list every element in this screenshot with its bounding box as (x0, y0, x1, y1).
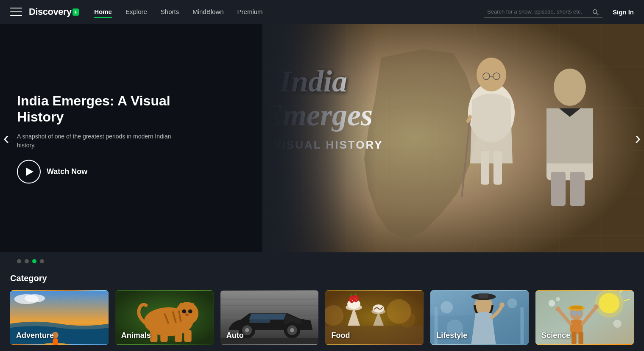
svg-point-109 (549, 300, 555, 306)
carousel-dots (0, 252, 644, 270)
right-arrow-icon: › (635, 129, 641, 147)
svg-point-111 (613, 320, 622, 328)
svg-rect-88 (479, 293, 488, 298)
hero-bg-overlay (262, 24, 347, 252)
hero-section: India Emerges: A Visual History A snapsh… (0, 24, 644, 252)
card-label-science: Science (541, 331, 570, 340)
logo-text: Discovery (29, 6, 72, 17)
svg-point-39 (25, 294, 45, 302)
svg-point-108 (594, 304, 599, 310)
svg-point-107 (555, 307, 560, 312)
nav-link-mindblown[interactable]: MindBlown (192, 6, 223, 18)
svg-point-62 (290, 328, 294, 332)
hero-info: India Emerges: A Visual History A snapsh… (17, 93, 187, 184)
svg-rect-48 (150, 330, 157, 342)
svg-point-104 (577, 310, 583, 316)
svg-point-44 (188, 310, 192, 314)
svg-point-59 (245, 328, 249, 332)
category-card-food[interactable]: Food (325, 290, 424, 345)
hero-image-area: India Emerges A VISUAL HISTORY (262, 24, 644, 252)
svg-point-73 (351, 299, 351, 300)
hamburger-button[interactable] (10, 8, 22, 16)
svg-rect-49 (160, 330, 167, 342)
svg-rect-102 (571, 306, 582, 309)
svg-point-70 (353, 295, 359, 302)
left-arrow-icon: ‹ (3, 129, 9, 147)
category-grid: Adventure (10, 290, 634, 345)
svg-rect-85 (521, 307, 524, 344)
card-label-lifestyle: Lifestyle (436, 331, 467, 340)
watch-now-button[interactable]: Watch Now (17, 160, 87, 183)
svg-rect-51 (184, 330, 191, 342)
sign-in-link[interactable]: Sign In (613, 8, 634, 16)
card-label-animals: Animals (121, 331, 151, 340)
card-label-auto: Auto (226, 331, 244, 340)
card-label-food: Food (331, 331, 350, 340)
svg-point-43 (182, 310, 186, 314)
carousel-dot-2[interactable] (25, 259, 29, 263)
hero-arrow-left[interactable]: ‹ (0, 125, 12, 151)
svg-point-74 (352, 300, 353, 301)
carousel-dot-3[interactable] (32, 259, 36, 263)
svg-point-89 (500, 302, 505, 307)
search-icon (591, 8, 599, 16)
svg-rect-113 (579, 332, 584, 344)
hero-title: India Emerges: A Visual History (17, 93, 187, 125)
nav-link-shorts[interactable]: Shorts (161, 6, 179, 18)
svg-point-103 (571, 310, 577, 316)
category-title: Category (10, 274, 634, 283)
svg-point-76 (357, 299, 357, 300)
nav-link-premium[interactable]: Premium (237, 6, 263, 18)
svg-point-80 (399, 312, 415, 328)
svg-rect-112 (572, 332, 577, 344)
svg-rect-50 (175, 330, 182, 342)
nav-link-home[interactable]: Home (94, 6, 112, 18)
logo-plus: + (72, 8, 79, 16)
svg-point-75 (355, 298, 356, 299)
nav-link-explore[interactable]: Explore (125, 6, 147, 18)
category-card-lifestyle[interactable]: Lifestyle (430, 290, 529, 345)
svg-point-91 (507, 298, 517, 308)
svg-rect-106 (570, 320, 583, 334)
category-card-science[interactable]: Science (535, 290, 634, 345)
logo[interactable]: Discovery + (29, 6, 79, 17)
nav-links: Home Explore Shorts MindBlown Premium (94, 6, 262, 18)
svg-point-96 (595, 290, 624, 318)
svg-point-45 (185, 313, 189, 316)
category-card-animals[interactable]: Animals (115, 290, 214, 345)
category-card-adventure[interactable]: Adventure (10, 290, 109, 345)
carousel-dot-4[interactable] (40, 259, 44, 263)
search-input[interactable] (487, 8, 591, 15)
search-container (484, 6, 602, 18)
carousel-dot-1[interactable] (17, 259, 21, 263)
navbar: Discovery + Home Explore Shorts MindBlow… (0, 0, 644, 24)
watch-now-label: Watch Now (47, 167, 87, 176)
play-button-circle[interactable] (17, 160, 41, 183)
category-section: Category (0, 270, 644, 351)
play-icon (26, 167, 33, 176)
hero-description: A snapshot of one of the greatest period… (17, 132, 187, 149)
hero-arrow-right[interactable]: › (632, 125, 644, 151)
card-label-adventure: Adventure (16, 331, 54, 340)
svg-point-90 (440, 301, 453, 313)
category-card-auto[interactable]: Auto (220, 290, 319, 345)
svg-point-110 (556, 297, 560, 301)
